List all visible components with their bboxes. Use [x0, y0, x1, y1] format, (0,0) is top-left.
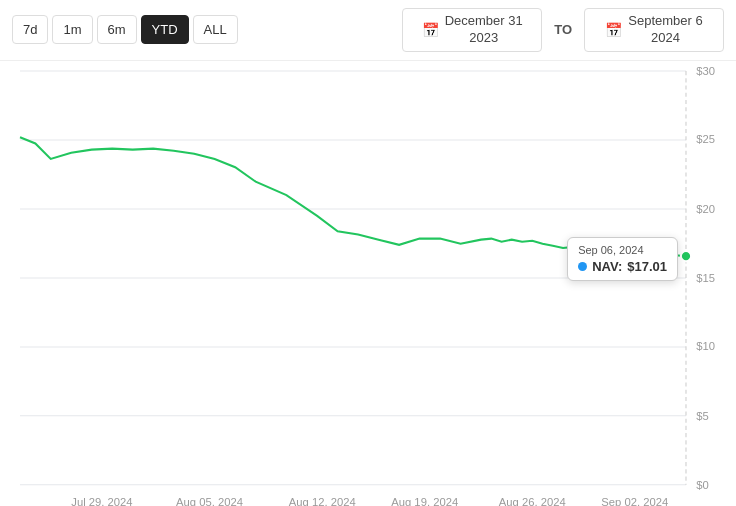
svg-text:Jul 29, 2024: Jul 29, 2024: [71, 495, 132, 506]
svg-point-15: [681, 251, 691, 261]
svg-text:$5: $5: [696, 409, 709, 421]
from-date-line2: 2023: [445, 30, 523, 47]
svg-text:$30: $30: [696, 65, 715, 77]
to-label: TO: [546, 22, 580, 37]
to-date-line1: September 6: [628, 13, 702, 30]
chart-area: $30 $25 $20 $15 $10 $5 $0 Jul 29, 2024 A…: [0, 61, 736, 506]
svg-text:Aug 12, 2024: Aug 12, 2024: [289, 495, 356, 506]
svg-text:$20: $20: [696, 202, 715, 214]
svg-text:Aug 19, 2024: Aug 19, 2024: [391, 495, 458, 506]
period-6m-button[interactable]: 6m: [97, 15, 137, 44]
svg-text:$0: $0: [696, 479, 709, 491]
chart-line: [20, 137, 686, 256]
line-chart: $30 $25 $20 $15 $10 $5 $0 Jul 29, 2024 A…: [20, 71, 686, 485]
calendar-to-icon: 📅: [605, 22, 622, 38]
svg-text:$25: $25: [696, 133, 715, 145]
svg-text:Sep 02, 2024: Sep 02, 2024: [601, 495, 668, 506]
to-date-line2: 2024: [628, 30, 702, 47]
period-ytd-button[interactable]: YTD: [141, 15, 189, 44]
calendar-from-icon: 📅: [422, 22, 439, 38]
main-container: 7d 1m 6m YTD ALL 📅 December 31 2023 TO 📅…: [0, 0, 736, 506]
period-1m-button[interactable]: 1m: [52, 15, 92, 44]
svg-text:$15: $15: [696, 272, 715, 284]
from-date-line1: December 31: [445, 13, 523, 30]
svg-text:Aug 26, 2024: Aug 26, 2024: [499, 495, 566, 506]
from-date-picker[interactable]: 📅 December 31 2023: [402, 8, 542, 52]
svg-text:Aug 05, 2024: Aug 05, 2024: [176, 495, 243, 506]
period-all-button[interactable]: ALL: [193, 15, 238, 44]
period-7d-button[interactable]: 7d: [12, 15, 48, 44]
toolbar: 7d 1m 6m YTD ALL 📅 December 31 2023 TO 📅…: [0, 0, 736, 61]
to-date-picker[interactable]: 📅 September 6 2024: [584, 8, 724, 52]
svg-text:$10: $10: [696, 340, 715, 352]
